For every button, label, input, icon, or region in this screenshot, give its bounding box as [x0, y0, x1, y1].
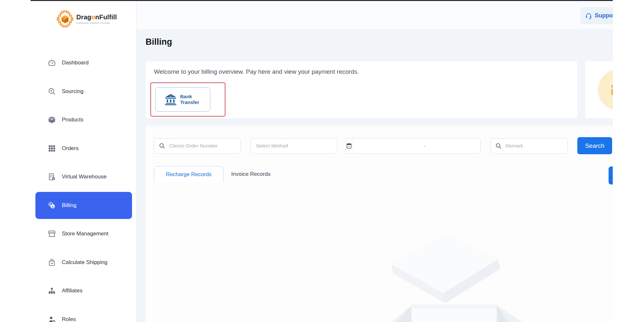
support-label: Support [595, 12, 613, 19]
sidebar-item-dashboard[interactable]: Dashboard [35, 49, 132, 76]
bank-transfer-button[interactable]: Bank Transfer [155, 87, 210, 112]
sidebar-item-label: Calculate Shipping [62, 259, 108, 266]
sidebar-item-affiliates[interactable]: Affiliates [35, 277, 132, 304]
remark-input[interactable] [505, 143, 563, 149]
sidebar-item-label: Affiliates [62, 288, 82, 294]
orders-icon [48, 144, 56, 153]
sidebar-item-billing[interactable]: $ Billing [35, 192, 132, 219]
tab-recharge-records[interactable]: Recharge Records [154, 166, 223, 182]
sidebar-item-label: Virtual Warehouse [62, 174, 107, 180]
search-button[interactable]: Search [577, 137, 612, 154]
calculate-shipping-icon [48, 258, 56, 267]
tab-invoice-records[interactable]: Invoice Records [223, 166, 278, 182]
sidebar-item-label: Sourcing [62, 88, 83, 95]
brand-tagline: Fulfillment Solution Provider [76, 22, 117, 24]
overview-cards-row: Welcome to your billing overview. Pay he… [146, 61, 613, 118]
date-start-input[interactable] [353, 138, 423, 153]
welcome-card: Welcome to your billing overview. Pay he… [146, 61, 577, 118]
main-content: Billing Welcome to your billing overview… [137, 29, 613, 322]
date-range-picker[interactable]: - [346, 138, 481, 154]
sidebar-item-sourcing[interactable]: Sourcing [35, 78, 132, 105]
date-end-input[interactable] [426, 138, 497, 153]
sidebar-item-label: Billing [62, 202, 76, 209]
records-panel: Select Method - [146, 126, 613, 322]
billing-icon: $ [48, 201, 56, 210]
headset-icon [585, 12, 592, 19]
empty-state-box-illustration [343, 225, 530, 322]
wallet-card [585, 61, 613, 118]
order-number-field[interactable] [154, 138, 241, 154]
order-number-input[interactable] [168, 143, 236, 149]
sidebar-item-label: Dashboard [62, 60, 89, 66]
bank-icon [164, 94, 177, 105]
filters-row: Select Method - [154, 137, 612, 154]
wallet-icon-circle [598, 69, 613, 110]
brand-name: DragonFulfill Fulfillment Solution Provi… [76, 14, 117, 24]
store-icon [48, 230, 56, 238]
method-select-placeholder: Select Method [256, 143, 288, 149]
sidebar: DragonFulfill Fulfillment Solution Provi… [31, 1, 137, 322]
sidebar-item-label: Products [62, 117, 83, 123]
remark-field[interactable] [490, 138, 568, 154]
date-separator: - [423, 143, 426, 148]
search-icon [159, 143, 165, 149]
page-title: Billing [146, 37, 172, 47]
sidebar-item-label: Store Management [62, 231, 109, 237]
sidebar-menu: Dashboard Sourcing Produ [35, 49, 132, 322]
affiliates-icon [48, 287, 56, 295]
wallet-icon [610, 82, 613, 98]
brand-logo-icon [56, 10, 74, 28]
calendar-icon [346, 138, 353, 153]
sidebar-item-label: Roles [62, 316, 76, 322]
sidebar-item-label: Orders [62, 145, 79, 152]
bank-transfer-label: Bank Transfer [180, 94, 202, 105]
welcome-message: Welcome to your billing overview. Pay he… [154, 68, 359, 75]
products-icon [48, 116, 56, 124]
sidebar-item-products[interactable]: Products [35, 106, 132, 133]
method-select[interactable]: Select Method [251, 138, 337, 154]
support-button[interactable]: Support [581, 7, 613, 24]
dashboard-icon [48, 59, 56, 67]
top-header-bar: Support [137, 1, 613, 29]
red-highlight-annotation: Bank Transfer [150, 82, 225, 117]
svg-text:$: $ [52, 204, 54, 208]
brand-logo: DragonFulfill Fulfillment Solution Provi… [56, 10, 117, 28]
sidebar-item-store-management[interactable]: Store Management [35, 220, 132, 247]
sourcing-icon [48, 87, 56, 96]
right-edge-floating-button[interactable] [609, 166, 613, 185]
sidebar-item-virtual-warehouse[interactable]: Virtual Warehouse [35, 163, 132, 190]
sidebar-item-roles[interactable]: Roles [35, 306, 132, 322]
search-icon [495, 143, 502, 149]
roles-icon [48, 315, 56, 322]
virtual-warehouse-icon [48, 173, 56, 181]
records-tabs: Recharge Records Invoice Records [154, 166, 278, 182]
sidebar-item-orders[interactable]: Orders [35, 135, 132, 162]
billing-page: DragonFulfill Fulfillment Solution Provi… [0, 0, 644, 322]
sidebar-item-calculate-shipping[interactable]: Calculate Shipping [35, 249, 132, 276]
